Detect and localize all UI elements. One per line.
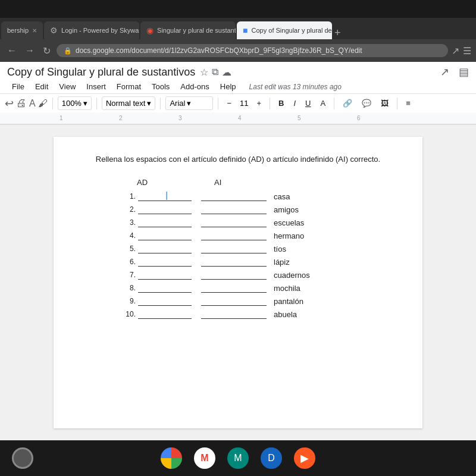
blank-ad-4[interactable]	[138, 231, 192, 240]
table-row: 4. hermano	[119, 231, 357, 240]
separator-6	[334, 98, 334, 109]
row-number: 5.	[119, 245, 136, 253]
blank-ad-5[interactable]	[138, 244, 192, 253]
word-6: lápiz	[274, 258, 290, 267]
instructions: Rellena los espacios con el artículo def…	[89, 155, 387, 164]
chrome-icon[interactable]	[161, 447, 182, 469]
print-icon[interactable]: 🖨	[16, 97, 27, 109]
blank-ai-6[interactable]	[201, 257, 267, 267]
menu-insert[interactable]: Insert	[82, 80, 111, 93]
back-button[interactable]: ←	[5, 44, 19, 57]
word-2: amigos	[274, 205, 299, 214]
activity-icon[interactable]: ↗	[440, 65, 449, 79]
underline-button[interactable]: U	[302, 97, 314, 109]
blank-ai-5[interactable]	[201, 244, 267, 253]
tab-copy[interactable]: ■ Copy of Singular y plural de sus ✕	[237, 21, 332, 39]
tab-close-icon[interactable]: ✕	[32, 27, 37, 34]
zoom-select[interactable]: 100% ▾	[58, 96, 92, 110]
style-dropdown-icon: ▾	[147, 99, 151, 108]
blank-ad-2[interactable]	[138, 205, 192, 214]
align-button[interactable]: ≡	[402, 97, 414, 109]
comment-button[interactable]: 💬	[358, 97, 375, 109]
blank-ai-10[interactable]	[201, 309, 267, 319]
play-store-icon[interactable]: ▶	[294, 447, 315, 469]
menu-addons[interactable]: Add-ons	[176, 80, 214, 93]
profile-icon[interactable]: ↗	[452, 45, 459, 57]
row-number: 6.	[119, 258, 136, 266]
exercise-table: AD AI 1. casa 2.	[119, 178, 357, 319]
blank-ad-10[interactable]	[138, 309, 192, 319]
document-title[interactable]: Copy of Singular y plural de sustantivos	[7, 66, 195, 79]
menu-help[interactable]: Help	[215, 80, 241, 93]
menu-view[interactable]: View	[54, 80, 80, 93]
font-size-value[interactable]: 11	[237, 99, 250, 108]
chromebook-circle[interactable]	[12, 447, 33, 469]
menu-tools[interactable]: Tools	[147, 80, 174, 93]
ruler-mark-1: 1	[60, 115, 63, 121]
google-meet-icon[interactable]: M	[227, 447, 249, 469]
separator-1	[52, 98, 53, 109]
spellcheck-icon[interactable]: A	[29, 98, 36, 109]
text-color-button[interactable]: A	[317, 97, 329, 109]
zoom-value: 100%	[62, 99, 82, 108]
column-headers: AD AI	[119, 178, 357, 187]
font-select[interactable]: Arial ▾	[165, 96, 213, 110]
menu-edit[interactable]: Edit	[30, 80, 53, 93]
star-icon[interactable]: ☆	[200, 67, 208, 78]
blank-ad-7[interactable]	[138, 270, 192, 280]
row-number: 7.	[119, 271, 136, 279]
gmail-icon[interactable]: M	[194, 447, 215, 469]
font-dropdown-icon: ▾	[187, 99, 191, 108]
blank-ad-1[interactable]	[138, 192, 192, 201]
word-4: hermano	[274, 231, 304, 240]
formatting-toolbar: ↩ 🖨 A 🖌 100% ▾ Normal text ▾ Arial ▾ − 1…	[0, 93, 476, 112]
cloud-icon[interactable]: ☁	[222, 67, 231, 78]
tab-singular[interactable]: ◉ Singular y plural de sustantivos ✕	[140, 21, 236, 39]
menu-file[interactable]: File	[7, 80, 29, 93]
tab-login[interactable]: ⚙ Login - Powered by Skyward ✕	[44, 21, 139, 39]
font-value: Arial	[170, 99, 185, 108]
table-row: 3. escuelas	[119, 218, 357, 227]
menu-format[interactable]: Format	[112, 80, 146, 93]
ruler-mark-5: 5	[298, 115, 301, 121]
new-tab-button[interactable]: +	[334, 27, 341, 39]
folder-icon[interactable]: ⧉	[212, 67, 218, 78]
table-row: 1. casa	[119, 192, 357, 201]
font-size-increase[interactable]: +	[253, 97, 265, 109]
refresh-button[interactable]: ↻	[40, 44, 53, 58]
lock-icon: 🔒	[64, 47, 72, 55]
undo-icon[interactable]: ↩	[5, 97, 14, 110]
blank-ad-9[interactable]	[138, 296, 192, 306]
style-value: Normal text	[106, 99, 145, 108]
blank-ai-4[interactable]	[201, 231, 267, 240]
google-docs-icon[interactable]: D	[261, 447, 282, 469]
image-button[interactable]: 🖼	[377, 97, 392, 109]
style-select[interactable]: Normal text ▾	[102, 96, 155, 110]
link-button[interactable]: 🔗	[339, 97, 356, 109]
blank-ad-8[interactable]	[138, 283, 192, 293]
address-bar[interactable]: 🔒 docs.google.com/document/d/1l2zvG2avRO…	[57, 44, 448, 57]
blank-ai-3[interactable]	[201, 218, 267, 227]
paint-format-icon[interactable]: 🖌	[38, 98, 48, 109]
bold-button[interactable]: B	[275, 97, 287, 109]
zoom-dropdown-icon: ▾	[83, 99, 87, 108]
row-number: 4.	[119, 231, 136, 240]
italic-button[interactable]: I	[290, 97, 299, 109]
blank-ad-3[interactable]	[138, 218, 192, 227]
ruler-mark-2: 2	[119, 115, 123, 121]
word-10: abuela	[274, 310, 297, 319]
blank-ad-6[interactable]	[138, 257, 192, 267]
word-1: casa	[274, 192, 290, 201]
bookmark-icon[interactable]: ☰	[463, 45, 471, 57]
blank-ai-8[interactable]	[201, 283, 267, 293]
font-size-decrease[interactable]: −	[223, 97, 235, 109]
gdocs-menu-bar: File Edit View Insert Format Tools Add-o…	[0, 80, 476, 93]
blank-ai-1[interactable]	[201, 192, 267, 201]
blank-ai-7[interactable]	[201, 270, 267, 280]
forward-button[interactable]: →	[23, 44, 37, 57]
blank-ai-2[interactable]	[201, 205, 267, 214]
docs-menu-icon[interactable]: ▤	[459, 65, 469, 79]
blank-ai-9[interactable]	[201, 296, 267, 306]
tab-membership[interactable]: bership ✕	[1, 21, 43, 39]
doc-page[interactable]: Rellena los espacios con el artículo def…	[54, 137, 422, 428]
